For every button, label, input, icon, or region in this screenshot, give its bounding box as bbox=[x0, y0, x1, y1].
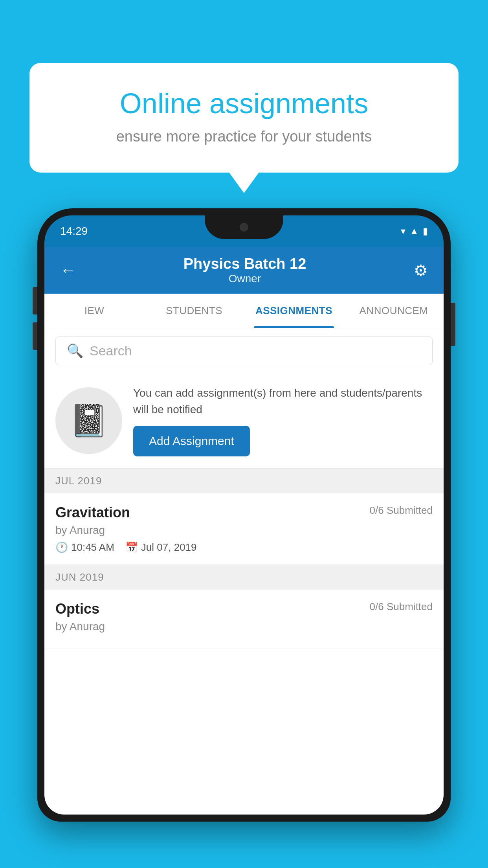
notebook-icon: 📓 bbox=[69, 402, 108, 439]
speech-bubble-title: Online assignments bbox=[57, 86, 431, 120]
add-assignment-promo: 📓 You can add assignment(s) from here an… bbox=[44, 373, 444, 469]
tab-announcements[interactable]: ANNOUNCEM bbox=[344, 294, 444, 328]
header-subtitle: Owner bbox=[183, 272, 306, 285]
power-button bbox=[451, 303, 455, 346]
settings-icon[interactable]: ⚙ bbox=[414, 261, 428, 280]
phone-mockup: 14:29 ▾ ▲ ▮ ← Physics Batch 12 Owner ⚙ bbox=[37, 208, 451, 868]
assignment-author: by Anurag bbox=[55, 524, 433, 537]
meta-time: 🕐 10:45 AM bbox=[55, 541, 114, 554]
back-button[interactable]: ← bbox=[60, 261, 76, 279]
meta-date: 📅 Jul 07, 2019 bbox=[125, 541, 197, 554]
assignment-name: Gravitation bbox=[55, 504, 130, 521]
search-icon: 🔍 bbox=[67, 343, 83, 359]
promo-right: You can add assignment(s) from here and … bbox=[133, 385, 433, 456]
assignment-time: 10:45 AM bbox=[71, 541, 114, 554]
tabs-container: IEW STUDENTS ASSIGNMENTS ANNOUNCEM bbox=[44, 294, 444, 328]
speech-bubble: Online assignments ensure more practice … bbox=[29, 63, 459, 173]
speech-bubble-container: Online assignments ensure more practice … bbox=[29, 63, 459, 173]
section-label-jul: JUL 2019 bbox=[55, 475, 102, 487]
assignment-row-top: Gravitation 0/6 Submitted bbox=[55, 504, 433, 521]
status-bar: 14:29 ▾ ▲ ▮ bbox=[44, 215, 444, 247]
search-input[interactable]: Search bbox=[90, 343, 132, 359]
wifi-icon: ▾ bbox=[401, 226, 405, 237]
speech-bubble-subtitle: ensure more practice for your students bbox=[57, 128, 431, 145]
volume-down-button bbox=[33, 322, 37, 350]
search-bar[interactable]: 🔍 Search bbox=[55, 336, 433, 365]
assignment-author-optics: by Anurag bbox=[55, 620, 433, 633]
section-header-jun: JUN 2019 bbox=[44, 565, 444, 590]
section-header-jul: JUL 2019 bbox=[44, 469, 444, 493]
assignment-submitted-optics: 0/6 Submitted bbox=[370, 601, 433, 613]
assignment-date: Jul 07, 2019 bbox=[141, 541, 197, 554]
header-center: Physics Batch 12 Owner bbox=[183, 256, 306, 285]
signal-icon: ▲ bbox=[409, 226, 419, 237]
assignment-submitted: 0/6 Submitted bbox=[370, 504, 433, 517]
battery-icon: ▮ bbox=[423, 226, 428, 237]
section-label-jun: JUN 2019 bbox=[55, 571, 104, 583]
status-icons: ▾ ▲ ▮ bbox=[401, 226, 428, 237]
notebook-icon-circle: 📓 bbox=[55, 387, 122, 454]
volume-up-button bbox=[33, 287, 37, 314]
phone-outer: 14:29 ▾ ▲ ▮ ← Physics Batch 12 Owner ⚙ bbox=[37, 208, 451, 822]
phone-notch bbox=[205, 215, 283, 239]
search-container: 🔍 Search bbox=[44, 328, 444, 373]
assignment-item-gravitation[interactable]: Gravitation 0/6 Submitted by Anurag 🕐 10… bbox=[44, 493, 444, 565]
phone-screen: ← Physics Batch 12 Owner ⚙ IEW STUDENTS … bbox=[44, 247, 444, 815]
app-header: ← Physics Batch 12 Owner ⚙ bbox=[44, 247, 444, 294]
assignment-row-top-optics: Optics 0/6 Submitted bbox=[55, 601, 433, 617]
assignment-name-optics: Optics bbox=[55, 601, 99, 617]
tab-iew[interactable]: IEW bbox=[44, 294, 144, 328]
calendar-icon: 📅 bbox=[125, 541, 138, 554]
add-assignment-button[interactable]: Add Assignment bbox=[133, 426, 250, 456]
assignment-item-optics[interactable]: Optics 0/6 Submitted by Anurag bbox=[44, 590, 444, 649]
clock-icon: 🕐 bbox=[55, 541, 68, 554]
status-time: 14:29 bbox=[60, 225, 88, 237]
tab-assignments[interactable]: ASSIGNMENTS bbox=[244, 294, 344, 328]
tab-students[interactable]: STUDENTS bbox=[144, 294, 244, 328]
promo-text: You can add assignment(s) from here and … bbox=[133, 385, 433, 418]
header-title: Physics Batch 12 bbox=[183, 256, 306, 272]
assignment-meta: 🕐 10:45 AM 📅 Jul 07, 2019 bbox=[55, 541, 433, 554]
front-camera bbox=[240, 223, 248, 232]
